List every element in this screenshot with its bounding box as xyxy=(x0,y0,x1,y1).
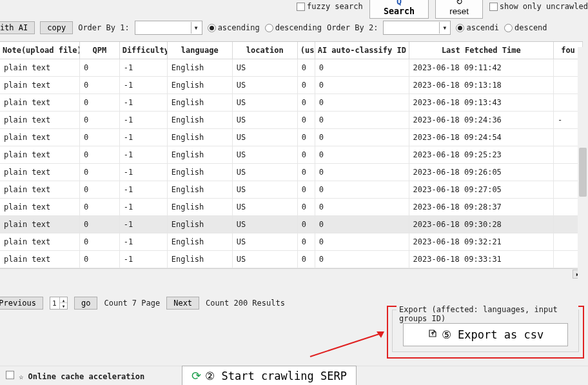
table-cell: 0 xyxy=(315,216,409,233)
scroll-thumb[interactable] xyxy=(579,148,587,197)
table-cell: 0 xyxy=(297,251,315,268)
table-cell: English xyxy=(167,94,232,112)
table-cell: -1 xyxy=(119,59,167,77)
reset-icon: ↻ xyxy=(456,0,463,6)
column-header[interactable]: (us xyxy=(297,42,315,59)
order-by-2-select[interactable]: ▾ xyxy=(383,21,451,35)
table-cell: 0 xyxy=(315,94,409,112)
spinner-icon[interactable]: ▲▼ xyxy=(59,297,67,309)
search-icon: Q xyxy=(397,0,402,6)
table-cell: English xyxy=(167,216,232,233)
order1-ascending-radio[interactable]: ascending xyxy=(208,23,260,32)
table-row[interactable]: plain text0-1EnglishUS002023-06-18 09:11… xyxy=(0,59,583,77)
start-crawling-button[interactable]: ⟳ ② Start crawling SERP xyxy=(182,366,357,385)
table-row[interactable]: plain text0-1EnglishUS002023-06-18 09:26… xyxy=(0,164,583,181)
table-cell: 0 xyxy=(315,112,409,129)
table-cell: 2023-06-18 09:25:23 xyxy=(409,146,553,164)
table-cell: 0 xyxy=(315,233,409,251)
column-header[interactable]: AI auto-classify ID xyxy=(315,42,409,59)
table-cell: -1 xyxy=(119,233,167,251)
file-with-ai-button[interactable]: le with AI xyxy=(0,21,35,34)
copy-button[interactable]: copy xyxy=(40,21,73,34)
table-row[interactable]: plain text0-1EnglishUS002023-06-18 09:24… xyxy=(0,112,583,129)
show-uncrawled-label: show only uncrawled xyxy=(500,2,588,11)
start-crawling-label: ② Start crawling SERP xyxy=(205,370,347,382)
table-cell: -1 xyxy=(119,251,167,268)
refresh-icon: ⟳ xyxy=(191,369,201,382)
order2-descending-radio[interactable]: descend xyxy=(504,23,547,32)
table-cell: 0 xyxy=(79,94,119,112)
table-cell: 0 xyxy=(297,77,315,94)
horizontal-scrollbar[interactable]: ▸ xyxy=(0,268,583,279)
table-row[interactable]: plain text0-1EnglishUS002023-06-18 09:13… xyxy=(0,94,583,112)
table-row[interactable]: plain text0-1EnglishUS002023-06-18 09:13… xyxy=(0,77,583,94)
table-cell: plain text xyxy=(0,181,79,199)
table-row[interactable]: plain text0-1EnglishUS002023-06-18 09:25… xyxy=(0,146,583,164)
table-cell: 0 xyxy=(297,181,315,199)
column-header[interactable]: Note(upload file) xyxy=(0,42,79,59)
order-by-1-label: Order By 1: xyxy=(78,23,129,32)
search-button[interactable]: Q Search xyxy=(369,0,429,19)
table-cell: 0 xyxy=(297,216,315,233)
table-cell: English xyxy=(167,77,232,94)
descending-label-trunc: descend xyxy=(514,23,547,32)
table-row[interactable]: plain text0-1EnglishUS002023-06-18 09:27… xyxy=(0,181,583,199)
table-cell: 0 xyxy=(297,112,315,129)
table-cell: 2023-06-18 09:11:42 xyxy=(409,59,553,77)
table-row[interactable]: plain text0-1EnglishUS002023-06-18 09:33… xyxy=(0,251,583,268)
fuzzy-search-checkbox[interactable]: fuzzy search xyxy=(297,2,363,11)
radio-icon xyxy=(504,24,513,32)
table-cell: English xyxy=(167,199,232,216)
svg-marker-1 xyxy=(377,331,384,338)
reset-button-label: reset xyxy=(449,6,469,16)
order-by-1-select[interactable]: ▾ xyxy=(135,21,202,35)
table-cell: US xyxy=(232,216,297,233)
vertical-scrollbar[interactable] xyxy=(578,47,588,296)
table-cell: 0 xyxy=(315,164,409,181)
table-cell: -1 xyxy=(119,199,167,216)
table-cell: English xyxy=(167,129,232,146)
table-row[interactable]: plain text0-1EnglishUS002023-06-18 09:24… xyxy=(0,129,583,146)
table-cell: plain text xyxy=(0,164,79,181)
export-legend: Export (affected: languages, input group… xyxy=(397,305,578,323)
table-cell: 0 xyxy=(315,146,409,164)
table-cell: -1 xyxy=(119,94,167,112)
order2-ascending-radio[interactable]: ascendi xyxy=(456,23,499,32)
column-header[interactable]: QPM xyxy=(79,42,119,59)
export-button-label: ⑤ Export as csv xyxy=(442,328,544,341)
reset-button[interactable]: ↻ reset xyxy=(435,0,482,19)
online-cache-label: Online cache acceleration xyxy=(28,372,145,381)
order1-descending-radio[interactable]: descending xyxy=(265,23,322,32)
show-uncrawled-checkbox[interactable]: show only uncrawled xyxy=(489,2,588,11)
table-cell: 0 xyxy=(297,129,315,146)
table-cell: 0 xyxy=(79,146,119,164)
previous-button[interactable]: Previous xyxy=(0,297,43,310)
table-cell: 0 xyxy=(79,77,119,94)
table-row[interactable]: plain text0-1EnglishUS002023-06-18 09:32… xyxy=(0,233,583,251)
column-header[interactable]: Difficulty xyxy=(119,42,167,59)
column-header[interactable]: location xyxy=(232,42,297,59)
go-button[interactable]: go xyxy=(74,297,97,310)
next-button[interactable]: Next xyxy=(166,297,199,310)
table-row[interactable]: plain text0-1EnglishUS002023-06-18 09:28… xyxy=(0,199,583,216)
page-number-input[interactable]: 1 ▲▼ xyxy=(50,297,68,310)
search-button-label: Search xyxy=(384,6,415,16)
export-as-csv-button[interactable]: ⑤ Export as csv xyxy=(403,323,568,346)
table-cell: 2023-06-18 09:24:54 xyxy=(409,129,553,146)
column-header[interactable]: Last Fetched Time xyxy=(409,42,553,59)
table-cell: English xyxy=(167,233,232,251)
table-cell: 0 xyxy=(297,59,315,77)
online-cache-checkbox[interactable]: ☆ Online cache acceleration xyxy=(6,371,144,381)
table-cell: 0 xyxy=(79,216,119,233)
export-annotation-highlight: Export (affected: languages, input group… xyxy=(387,306,584,359)
column-header[interactable]: language xyxy=(167,42,232,59)
table-cell: English xyxy=(167,251,232,268)
table-cell: US xyxy=(232,251,297,268)
table-cell: 0 xyxy=(79,233,119,251)
table-cell: 0 xyxy=(297,94,315,112)
star-icon: ☆ xyxy=(19,372,23,381)
table-row[interactable]: plain text0-1EnglishUS002023-06-18 09:30… xyxy=(0,216,583,233)
export-icon xyxy=(427,328,438,341)
table-cell: plain text xyxy=(0,251,79,268)
table-cell: plain text xyxy=(0,129,79,146)
